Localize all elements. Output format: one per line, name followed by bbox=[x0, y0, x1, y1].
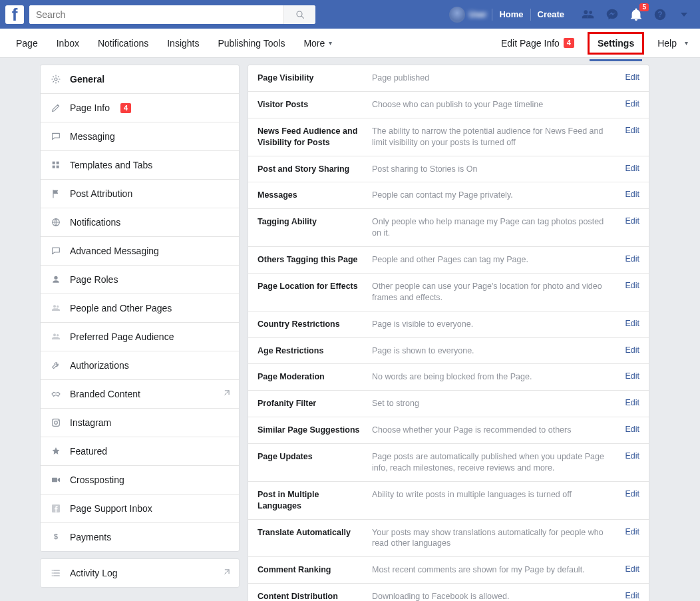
sidebar-item-advanced-messaging[interactable]: Advanced Messaging bbox=[41, 237, 239, 266]
setting-row-country-restrictions: Country RestrictionsPage is visible to e… bbox=[248, 311, 649, 338]
sidebar-item-label: Crossposting bbox=[70, 475, 124, 485]
setting-row-page-visibility: Page VisibilityPage publishedEdit bbox=[248, 65, 649, 92]
tab-insights[interactable]: Insights bbox=[158, 29, 208, 58]
setting-description: Page is visible to everyone. bbox=[372, 319, 610, 330]
setting-description: Page posts are automatically published w… bbox=[372, 451, 610, 474]
tab-notifications[interactable]: Notifications bbox=[88, 29, 158, 58]
setting-name: Page Updates bbox=[258, 451, 363, 463]
setting-row-news-feed-audience-and-visibility-for-posts: News Feed Audience and Visibility for Po… bbox=[248, 118, 649, 156]
edit-link[interactable]: Edit bbox=[619, 281, 639, 290]
sidebar-item-messaging[interactable]: Messaging bbox=[41, 122, 239, 151]
edit-link[interactable]: Edit bbox=[619, 591, 639, 600]
facebook-logo-icon[interactable]: f bbox=[5, 5, 24, 24]
edit-link[interactable]: Edit bbox=[619, 398, 639, 407]
people-icon bbox=[50, 331, 62, 343]
search-input[interactable] bbox=[29, 5, 283, 24]
sidebar-item-general[interactable]: General bbox=[41, 65, 239, 94]
edit-link[interactable]: Edit bbox=[619, 527, 639, 536]
sidebar-item-page-support-inbox[interactable]: Page Support Inbox bbox=[41, 495, 239, 523]
setting-name: Visitor Posts bbox=[258, 99, 363, 110]
setting-row-comment-ranking: Comment RankingMost recent comments are … bbox=[248, 557, 649, 584]
sidebar-item-label: General bbox=[70, 74, 104, 85]
tab-more[interactable]: More▾ bbox=[294, 29, 341, 58]
search-button[interactable] bbox=[283, 5, 315, 24]
edit-link[interactable]: Edit bbox=[619, 319, 639, 328]
settings-tab[interactable]: Settings bbox=[588, 32, 644, 55]
sidebar-item-featured[interactable]: Featured bbox=[41, 437, 239, 466]
edit-page-info-badge: 4 bbox=[564, 38, 574, 48]
messages-button[interactable] bbox=[603, 5, 621, 24]
setting-row-messages: MessagesPeople can contact my Page priva… bbox=[248, 182, 649, 209]
svg-rect-6 bbox=[57, 162, 59, 164]
sidebar-item-preferred-page-audience[interactable]: Preferred Page Audience bbox=[41, 323, 239, 351]
sidebar-item-authorizations[interactable]: Authorizations bbox=[41, 351, 239, 380]
sidebar-item-crossposting[interactable]: Crossposting bbox=[41, 466, 239, 495]
setting-name: Comment Ranking bbox=[258, 564, 363, 576]
topbar-right: User Home Create 5 ? bbox=[444, 4, 696, 25]
edit-link[interactable]: Edit bbox=[619, 254, 639, 264]
edit-page-info-link[interactable]: Edit Page Info 4 bbox=[501, 38, 574, 49]
edit-link[interactable]: Edit bbox=[619, 190, 639, 199]
caret-down-icon: ▾ bbox=[329, 39, 332, 47]
setting-row-post-in-multiple-languages: Post in Multiple LanguagesAbility to wri… bbox=[248, 482, 649, 520]
sidebar-item-label: Payments bbox=[70, 532, 111, 542]
setting-description: Most recent comments are shown for my Pa… bbox=[372, 564, 610, 576]
sidebar-item-instagram[interactable]: Instagram bbox=[41, 409, 239, 437]
setting-row-translate-automatically: Translate AutomaticallyYour posts may sh… bbox=[248, 520, 649, 558]
setting-name: Tagging Ability bbox=[258, 216, 363, 228]
edit-link[interactable]: Edit bbox=[619, 73, 639, 82]
notifications-button[interactable]: 5 bbox=[627, 5, 645, 24]
svg-point-11 bbox=[55, 421, 58, 425]
edit-link[interactable]: Edit bbox=[619, 164, 639, 173]
svg-text:?: ? bbox=[657, 10, 662, 19]
friend-requests-button[interactable] bbox=[579, 5, 598, 24]
sidebar-item-label: Instagram bbox=[70, 417, 111, 428]
sidebar-item-page-roles[interactable]: Page Roles bbox=[41, 266, 239, 294]
edit-link[interactable]: Edit bbox=[619, 345, 639, 355]
edit-link[interactable]: Edit bbox=[619, 371, 639, 381]
sidebar-item-activity-log[interactable]: Activity Log bbox=[41, 559, 239, 587]
notification-count-badge: 5 bbox=[639, 3, 649, 11]
profile-name: User bbox=[469, 10, 487, 19]
tab-publishing-tools[interactable]: Publishing Tools bbox=[208, 29, 294, 58]
setting-description: Post sharing to Stories is On bbox=[372, 164, 610, 175]
chat-icon bbox=[50, 130, 62, 142]
sidebar-item-post-attribution[interactable]: Post Attribution bbox=[41, 180, 239, 208]
external-arrow-icon bbox=[222, 568, 231, 579]
tab-page[interactable]: Page bbox=[7, 29, 47, 58]
active-tab-underline bbox=[590, 59, 642, 61]
sidebar-item-page-info[interactable]: Page Info4 bbox=[41, 94, 239, 122]
page-tab-strip: Page Inbox Notifications Insights Publis… bbox=[0, 29, 700, 58]
edit-link[interactable]: Edit bbox=[619, 126, 639, 135]
sidebar-item-payments[interactable]: $Payments bbox=[41, 523, 239, 551]
edit-link[interactable]: Edit bbox=[619, 425, 639, 434]
profile-link[interactable]: User bbox=[444, 4, 492, 25]
svg-point-18 bbox=[52, 575, 53, 576]
svg-rect-13 bbox=[52, 478, 57, 483]
quick-help-button[interactable]: ? bbox=[651, 5, 669, 24]
topbar: f User Home Create 5 ? bbox=[0, 0, 700, 29]
help-link[interactable]: Help▾ bbox=[657, 38, 688, 49]
sidebar-item-people-and-other-pages[interactable]: People and Other Pages bbox=[41, 294, 239, 323]
edit-link[interactable]: Edit bbox=[619, 451, 639, 461]
video-icon bbox=[50, 474, 62, 486]
edit-link[interactable]: Edit bbox=[619, 489, 639, 499]
setting-row-page-moderation: Page ModerationNo words are being blocke… bbox=[248, 364, 649, 391]
account-menu-button[interactable] bbox=[675, 5, 693, 24]
sidebar-item-notifications[interactable]: Notifications bbox=[41, 208, 239, 237]
caret-down-icon: ▾ bbox=[685, 39, 688, 47]
edit-link[interactable]: Edit bbox=[619, 99, 639, 108]
setting-description: Your posts may show translations automat… bbox=[372, 527, 610, 550]
home-link[interactable]: Home bbox=[492, 5, 530, 24]
edit-link[interactable]: Edit bbox=[619, 216, 639, 226]
sidebar-item-templates-and-tabs[interactable]: Templates and Tabs bbox=[41, 151, 239, 180]
setting-description: Page is shown to everyone. bbox=[372, 345, 610, 357]
create-link[interactable]: Create bbox=[531, 5, 571, 24]
sidebar-item-branded-content[interactable]: Branded Content bbox=[41, 380, 239, 409]
messenger-icon bbox=[605, 7, 619, 22]
sidebar-item-label: Templates and Tabs bbox=[70, 160, 152, 170]
tab-inbox[interactable]: Inbox bbox=[47, 29, 88, 58]
setting-name: Messages bbox=[258, 190, 363, 201]
edit-link[interactable]: Edit bbox=[619, 564, 639, 574]
handshake-icon bbox=[50, 388, 62, 400]
